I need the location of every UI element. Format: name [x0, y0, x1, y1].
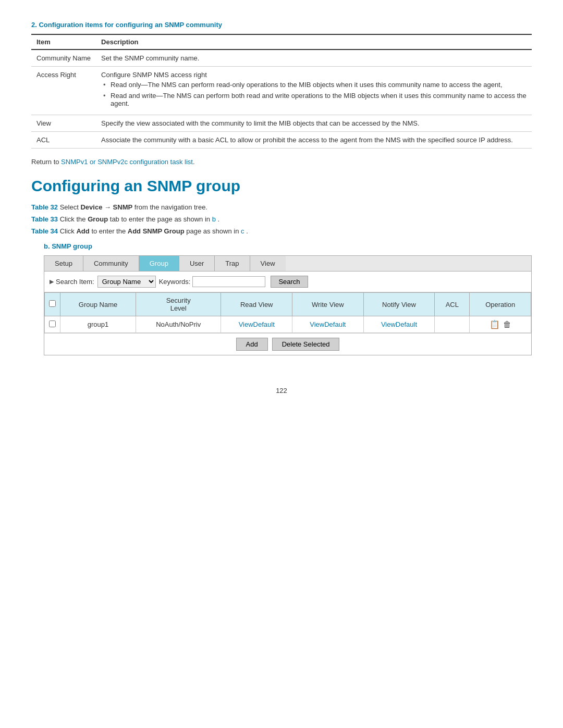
instr1-text2: from the navigation tree. [134, 203, 207, 211]
table-num-34: Table 34 [31, 227, 58, 235]
col-write-view: Write View [292, 293, 364, 316]
write-view-link[interactable]: ViewDefault [310, 320, 346, 328]
tab-view[interactable]: View [250, 256, 286, 271]
edit-icon[interactable]: 📋 [489, 319, 500, 329]
item-view: View [31, 115, 96, 132]
instr3-bold1: Add [76, 227, 89, 235]
select-all-checkbox[interactable] [49, 300, 56, 307]
instr2-bold1: Group [88, 215, 108, 223]
table-num-32: Table 32 [31, 203, 58, 211]
bullet-readwrite: Read and write—The NMS can perform both … [101, 92, 527, 107]
row-notify-view: ViewDefault [363, 316, 435, 333]
col-group-name: Group Name [60, 293, 136, 316]
item-access-right: Access Right [31, 67, 96, 115]
search-item-label: Search Item: [56, 278, 94, 286]
table-row: group1 NoAuth/NoPriv ViewDefault ViewDef… [45, 316, 531, 333]
tab-user[interactable]: User [179, 256, 215, 271]
instr3-text2: to enter the [91, 227, 127, 235]
row-group-name: group1 [60, 316, 136, 333]
table-row: ACL Associate the community with a basic… [31, 132, 532, 149]
delete-icon[interactable]: 🗑 [503, 320, 511, 329]
row-checkbox[interactable] [49, 320, 56, 327]
snmp-group-ui: Setup Community Group User Trap View ▶ S… [44, 255, 532, 355]
action-row: Add Delete Selected [44, 333, 531, 355]
instr1-arrow: → [104, 203, 113, 211]
item-acl: ACL [31, 132, 96, 149]
row-write-view: ViewDefault [292, 316, 364, 333]
bullet-readonly: Read only—The NMS can perform read-only … [101, 81, 527, 89]
return-link-container: Return to SNMPv1 or SNMPv2c configuratio… [31, 158, 532, 166]
config-table: Item Description Community Name Set the … [31, 34, 532, 149]
instr2-text2: tab to enter the page as shown in [110, 215, 212, 223]
sub-heading-b: b. SNMP group [44, 242, 532, 250]
section-heading: 2. Configuration items for configuring a… [31, 21, 532, 29]
instr3-link[interactable]: c [241, 227, 244, 235]
config-section: 2. Configuration items for configuring a… [31, 21, 532, 149]
tab-setup[interactable]: Setup [44, 256, 83, 271]
table-row: Access Right Configure SNMP NMS access r… [31, 67, 532, 115]
row-acl [435, 316, 470, 333]
col-checkbox [45, 293, 60, 316]
desc-community-name: Set the SNMP community name. [96, 50, 532, 67]
instr3-text4: . [246, 227, 248, 235]
instruction-2: Table 33 Click the Group tab to enter th… [31, 215, 532, 223]
table-row: View Specify the view associated with th… [31, 115, 532, 132]
keywords-input[interactable] [192, 276, 265, 287]
instr2-link[interactable]: b [212, 215, 216, 223]
instr3-bold2: Add SNMP Group [128, 227, 185, 235]
instr1-bold2: SNMP [113, 203, 133, 211]
search-button[interactable]: Search [271, 276, 308, 288]
row-operation: 📋 🗑 [470, 316, 531, 333]
snmp-data-table: Group Name SecurityLevel Read View Write… [44, 292, 531, 333]
notify-view-link[interactable]: ViewDefault [381, 320, 417, 328]
instructions: Table 32 Select Device → SNMP from the n… [31, 203, 532, 235]
page-number: 122 [31, 387, 532, 394]
instr1-bold1: Device [80, 203, 102, 211]
instr3-text3: page as shown in [186, 227, 241, 235]
tab-bar: Setup Community Group User Trap View [44, 256, 531, 272]
add-button[interactable]: Add [236, 338, 268, 351]
col-security-level: SecurityLevel [136, 293, 221, 316]
delete-selected-button[interactable]: Delete Selected [272, 338, 340, 351]
table-num-33: Table 33 [31, 215, 58, 223]
desc-acl: Associate the community with a basic ACL… [96, 132, 532, 149]
instruction-1: Table 32 Select Device → SNMP from the n… [31, 203, 532, 211]
return-prefix: Return to [31, 158, 61, 166]
row-checkbox-cell [45, 316, 60, 333]
instr1-text1: Select [60, 203, 81, 211]
instr2-text1: Click the [60, 215, 88, 223]
instr2-text3: . [218, 215, 220, 223]
col-notify-view: Notify View [363, 293, 435, 316]
row-read-view: ViewDefault [221, 316, 292, 333]
col-read-view: Read View [221, 293, 292, 316]
read-view-link[interactable]: ViewDefault [239, 320, 275, 328]
tab-group[interactable]: Group [139, 256, 179, 271]
instr3-text1: Click [60, 227, 77, 235]
desc-view: Specify the view associated with the com… [96, 115, 532, 132]
tab-trap[interactable]: Trap [215, 256, 250, 271]
tab-community[interactable]: Community [83, 256, 139, 271]
search-item-select[interactable]: Group Name Security Level [97, 276, 156, 288]
row-security-level: NoAuth/NoPriv [136, 316, 221, 333]
col-operation: Operation [470, 293, 531, 316]
instruction-3: Table 34 Click Add to enter the Add SNMP… [31, 227, 532, 235]
search-bar: ▶ Search Item: Group Name Security Level… [44, 272, 531, 292]
desc-access-right: Configure SNMP NMS access right Read onl… [96, 67, 532, 115]
return-link[interactable]: SNMPv1 or SNMPv2c configuration task lis… [61, 158, 193, 166]
item-community-name: Community Name [31, 50, 96, 67]
main-heading: Configuring an SNMP group [31, 177, 532, 195]
col-acl: ACL [435, 293, 470, 316]
col-description: Description [96, 34, 532, 50]
table-row: Community Name Set the SNMP community na… [31, 50, 532, 67]
return-suffix: . [193, 158, 195, 166]
col-item: Item [31, 34, 96, 50]
keywords-label: Keywords: [159, 278, 191, 286]
search-arrow-icon: ▶ [50, 278, 54, 285]
